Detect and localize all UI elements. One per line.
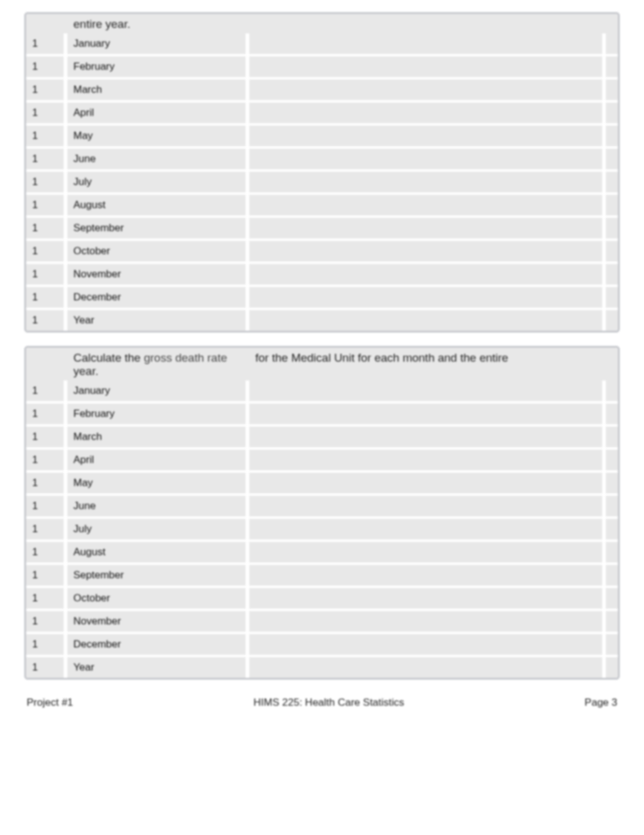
row-month: February [67, 404, 249, 424]
table-row: 1April [26, 447, 618, 470]
table-row: 1May [26, 123, 618, 146]
row-value [249, 241, 606, 262]
row-number: 1 [26, 149, 67, 169]
row-end [606, 33, 618, 54]
row-end [606, 103, 618, 123]
row-number: 1 [26, 657, 67, 678]
row-value [249, 287, 606, 308]
row-month: August [67, 542, 249, 563]
footer-left: Project #1 [27, 697, 73, 709]
table-row: 1March [26, 424, 618, 447]
row-month: October [67, 241, 249, 262]
row-value [249, 172, 606, 192]
table-row: 1February [26, 54, 618, 77]
row-month: May [67, 473, 249, 493]
row-end [606, 126, 618, 146]
row-month: October [67, 588, 249, 609]
row-number: 1 [26, 380, 67, 401]
table-row: 1January [26, 33, 618, 54]
row-value [249, 565, 606, 586]
table-1: entire year. 1January1February1March1Apr… [24, 12, 620, 333]
row-value [249, 380, 606, 401]
row-value [249, 473, 606, 493]
row-month: May [67, 126, 249, 146]
table-row: 1June [26, 493, 618, 516]
row-value [249, 126, 606, 146]
row-value [249, 404, 606, 424]
row-month: April [67, 103, 249, 123]
row-month: August [67, 195, 249, 215]
row-number: 1 [26, 565, 67, 586]
table-row: 1August [26, 539, 618, 563]
row-end [606, 611, 618, 632]
row-number: 1 [26, 427, 67, 447]
row-number: 1 [26, 126, 67, 146]
table-1-header: entire year. [26, 14, 618, 33]
row-end [606, 287, 618, 308]
table-row: 1February [26, 401, 618, 424]
table-row: 1November [26, 262, 618, 285]
table-1-inner: entire year. 1January1February1March1Apr… [26, 14, 618, 331]
row-month: November [67, 611, 249, 632]
row-month: December [67, 634, 249, 655]
row-end [606, 79, 618, 100]
row-number: 1 [26, 241, 67, 262]
row-value [249, 588, 606, 609]
table-row: 1July [26, 169, 618, 192]
table-row: 1November [26, 609, 618, 632]
row-month: January [67, 33, 249, 54]
row-number: 1 [26, 172, 67, 192]
row-end [606, 496, 618, 516]
row-end [606, 473, 618, 493]
table-2-inner: Calculate the gross death rate year. for… [26, 348, 618, 678]
row-value [249, 103, 606, 123]
row-number: 1 [26, 287, 67, 308]
row-value [249, 310, 606, 331]
row-number: 1 [26, 588, 67, 609]
table-2-header-post: year. [73, 365, 98, 377]
row-number: 1 [26, 404, 67, 424]
footer-center: HIMS 225: Health Care Statistics [253, 697, 404, 709]
page-footer: Project #1 HIMS 225: Health Care Statist… [24, 697, 620, 709]
row-value [249, 519, 606, 539]
row-end [606, 195, 618, 215]
row-number: 1 [26, 218, 67, 238]
row-month: April [67, 450, 249, 470]
row-end [606, 172, 618, 192]
table-row: 1October [26, 586, 618, 609]
row-month: June [67, 496, 249, 516]
row-month: January [67, 380, 249, 401]
row-end [606, 264, 618, 285]
table-2-header-light: gross death rate [144, 351, 227, 364]
row-month: July [67, 519, 249, 539]
row-value [249, 79, 606, 100]
table-row: 1December [26, 632, 618, 655]
row-number: 1 [26, 264, 67, 285]
table-row: 1September [26, 215, 618, 238]
row-number: 1 [26, 79, 67, 100]
table-row: 1May [26, 470, 618, 493]
row-month: February [67, 56, 249, 77]
table-row: 1June [26, 146, 618, 169]
row-number: 1 [26, 450, 67, 470]
row-month: June [67, 149, 249, 169]
row-end [606, 149, 618, 169]
row-month: September [67, 218, 249, 238]
row-end [606, 565, 618, 586]
row-number: 1 [26, 519, 67, 539]
row-month: July [67, 172, 249, 192]
row-end [606, 380, 618, 401]
table-1-header-text: entire year. [73, 18, 255, 31]
footer-right: Page 3 [585, 697, 617, 709]
table-2-header-col3: for the Medical Unit for each month and … [255, 351, 612, 365]
table-row: 1July [26, 516, 618, 539]
row-value [249, 542, 606, 563]
row-value [249, 56, 606, 77]
row-month: September [67, 565, 249, 586]
row-end [606, 519, 618, 539]
row-number: 1 [26, 542, 67, 563]
table-2-header-pre: Calculate the [73, 351, 144, 364]
row-end [606, 56, 618, 77]
row-month: March [67, 427, 249, 447]
row-value [249, 611, 606, 632]
